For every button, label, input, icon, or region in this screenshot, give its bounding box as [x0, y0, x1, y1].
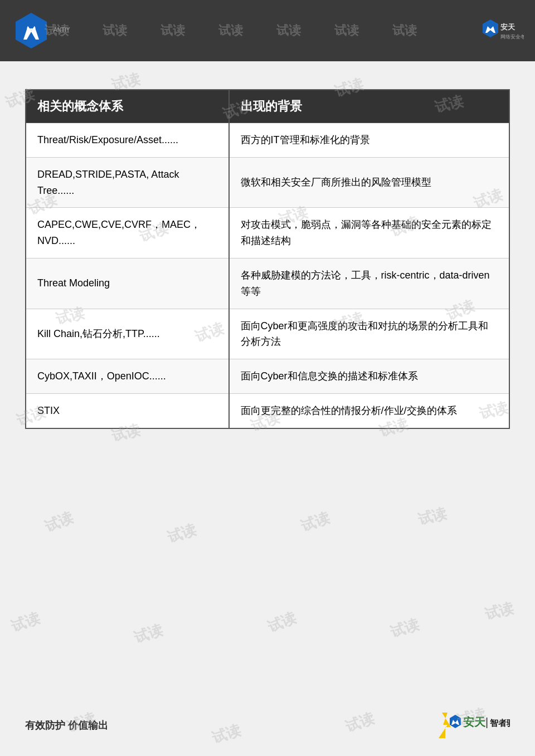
table-cell-left: CAPEC,CWE,CVE,CVRF，MAEC，NVD...... — [26, 208, 229, 258]
table-cell-left: STIX — [26, 393, 229, 428]
concept-table: 相关的概念体系 出现的背景 Threat/Risk/Exposure/Asset… — [25, 89, 510, 429]
table-cell-left: Kill Chain,钻石分析,TTP...... — [26, 309, 229, 359]
table-cell-left: DREAD,STRIDE,PASTA, Attack Tree...... — [26, 157, 229, 208]
table-cell-right: 微软和相关安全厂商所推出的风险管理模型 — [229, 157, 509, 208]
table-row: STIX面向更完整的综合性的情报分析/作业/交换的体系 — [26, 393, 509, 428]
table-cell-right: 面向Cyber和信息交换的描述和标准体系 — [229, 359, 509, 394]
watermark-text: 试读 — [9, 608, 43, 637]
svg-marker-3 — [483, 19, 498, 37]
svg-text:智者驱天下: 智者驱天下 — [489, 718, 510, 728]
table-row: Threat/Risk/Exposure/Asset......西方的IT管理和… — [26, 123, 509, 158]
header: ANTIY 试读 试读 试读 试读 试读 试读 试读 安天 网络安全冬训营第四期 — [0, 0, 535, 61]
svg-text:|: | — [485, 716, 488, 728]
footer: 有效防护 价值输出 安天 | 智者驱天下 — [0, 711, 535, 739]
table-cell-left: CybOX,TAXII，OpenIOC...... — [26, 359, 229, 394]
col2-header: 出现的背景 — [229, 90, 509, 123]
table-cell-right: 西方的IT管理和标准化的背景 — [229, 123, 509, 158]
table-row: CAPEC,CWE,CVE,CVRF，MAEC，NVD......对攻击模式，脆… — [26, 208, 509, 258]
table-cell-right: 面向更完整的综合性的情报分析/作业/交换的体系 — [229, 393, 509, 428]
table-cell-left: Threat Modeling — [26, 258, 229, 309]
watermark-text: 试读 — [132, 620, 165, 647]
svg-text:安天: 安天 — [500, 23, 515, 31]
header-right-brand: 安天 网络安全冬训营第四期 — [479, 18, 524, 43]
svg-marker-8 — [450, 715, 461, 728]
table-cell-left: Threat/Risk/Exposure/Asset...... — [26, 123, 229, 158]
svg-marker-7 — [439, 713, 451, 738]
table-cell-right: 面向Cyber和更高强度的攻击和对抗的场景的分析工具和分析方法 — [229, 309, 509, 359]
watermark-text: 试读 — [165, 520, 198, 547]
table-cell-right: 各种威胁建模的方法论，工具，risk-centric，data-driven等等 — [229, 258, 509, 309]
footer-brand: 安天 | 智者驱天下 — [437, 711, 510, 739]
header-watermarks: 试读 试读 试读 试读 试读 试读 试读 — [45, 0, 424, 61]
footer-brand-logo-icon: 安天 | 智者驱天下 — [437, 711, 510, 739]
main-content: 相关的概念体系 出现的背景 Threat/Risk/Exposure/Asset… — [0, 61, 535, 451]
watermark-text: 试读 — [416, 504, 449, 530]
table-row: Threat Modeling各种威胁建模的方法论，工具，risk-centri… — [26, 258, 509, 309]
watermark-text: 试读 — [299, 508, 333, 536]
footer-tagline: 有效防护 价值输出 — [25, 719, 108, 732]
watermark-text: 试读 — [265, 608, 299, 637]
table-row: CybOX,TAXII，OpenIOC......面向Cyber和信息交换的描述… — [26, 359, 509, 394]
watermark-text: 试读 — [388, 614, 421, 642]
table-row: DREAD,STRIDE,PASTA, Attack Tree......微软和… — [26, 157, 509, 208]
header-brand-logo-icon: 安天 网络安全冬训营第四期 — [479, 18, 524, 43]
svg-text:安天: 安天 — [463, 716, 486, 728]
table-cell-right: 对攻击模式，脆弱点，漏洞等各种基础的安全元素的标定和描述结构 — [229, 208, 509, 258]
col1-header: 相关的概念体系 — [26, 90, 229, 123]
svg-text:网络安全冬训营第四期: 网络安全冬训营第四期 — [500, 34, 524, 40]
table-row: Kill Chain,钻石分析,TTP......面向Cyber和更高强度的攻击… — [26, 309, 509, 359]
watermark-text: 试读 — [483, 598, 515, 625]
watermark-text: 试读 — [42, 508, 76, 537]
